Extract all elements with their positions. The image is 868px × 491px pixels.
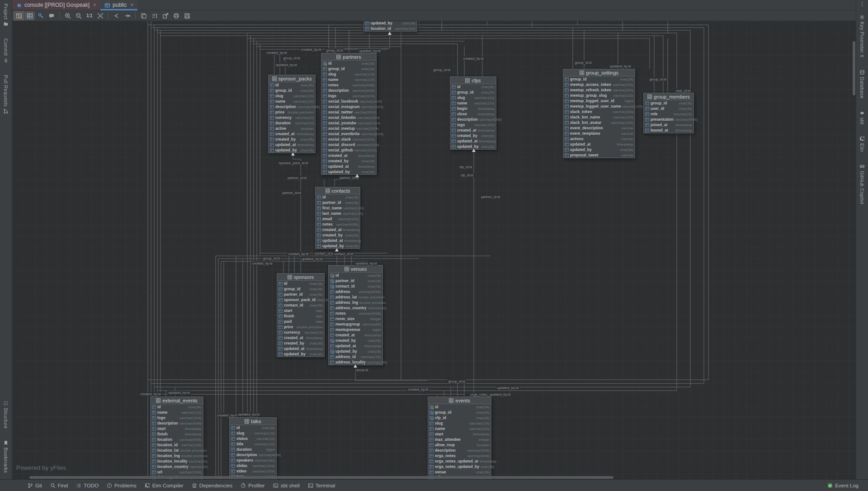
- column-row[interactable]: partner_idchar(36): [316, 200, 360, 205]
- column-row[interactable]: event_descriptionvarchar: [563, 125, 635, 131]
- column-row[interactable]: venuechar(36): [428, 469, 491, 475]
- tool-window-button-github-copilot[interactable]: GitHub Copilot: [859, 164, 865, 204]
- save-diagram-button[interactable]: [182, 11, 192, 20]
- column-row[interactable]: location_idvarchar(150): [151, 442, 203, 448]
- column-row[interactable]: descriptionvarchar(4096): [151, 420, 203, 426]
- column-row[interactable]: idchar(36): [321, 61, 376, 66]
- table-header[interactable]: sponsor_packs: [269, 75, 315, 82]
- copy-diagram-button[interactable]: [138, 11, 149, 20]
- table-header[interactable]: group_settings: [563, 69, 635, 76]
- column-row[interactable]: idchar(36): [269, 82, 315, 88]
- column-row[interactable]: created_attimestamp: [321, 153, 376, 158]
- column-row[interactable]: social_eventbritevarchar(1024): [321, 131, 376, 137]
- actual-size-button[interactable]: 1:1: [84, 11, 94, 20]
- column-row[interactable]: idchar(36): [230, 425, 276, 430]
- column-row[interactable]: pricedouble precision: [269, 109, 315, 115]
- table-external_events[interactable]: external_eventsidchar(36)namevarchar(120…: [150, 397, 203, 479]
- status-item-git[interactable]: Git: [24, 483, 46, 488]
- column-row[interactable]: social_slackvarchar(1024): [321, 137, 376, 142]
- column-row[interactable]: notesvarchar(4096): [329, 311, 382, 316]
- column-row[interactable]: created_attimestamp: [316, 227, 360, 232]
- column-row[interactable]: paiddate: [277, 319, 324, 324]
- column-row[interactable]: user_idchar(36): [644, 106, 693, 111]
- tool-window-button-database[interactable]: Database: [859, 70, 865, 99]
- column-row[interactable]: updated_bychar(36): [277, 351, 324, 357]
- column-row[interactable]: meetupgroupvarchar(80): [329, 321, 382, 327]
- column-row[interactable]: closetimestamp: [450, 111, 496, 117]
- column-row[interactable]: partner_idchar(36): [329, 278, 382, 283]
- status-item-todo[interactable]: TODO: [72, 483, 103, 488]
- status-item-find[interactable]: Find: [46, 483, 72, 488]
- column-row[interactable]: created_bychar(36): [269, 137, 315, 142]
- table-cfps[interactable]: cfpsidchar(36)group_idchar(36)slugvarcha…: [450, 76, 496, 150]
- column-row[interactable]: updated_attimestamp: [563, 142, 635, 147]
- status-item-elm-compiler[interactable]: Elm Compiler: [141, 483, 188, 488]
- column-row[interactable]: addressvarchar(4096): [329, 289, 382, 294]
- tab-console[interactable]: console [[PROD] Gospeak] ×: [12, 0, 100, 10]
- column-row[interactable]: namevarchar(120): [428, 426, 491, 431]
- column-row[interactable]: durationbigint: [230, 447, 276, 452]
- tool-window-button-bookmarks[interactable]: Bookmarks: [3, 440, 9, 473]
- column-row[interactable]: begintimestamp: [450, 106, 496, 111]
- column-row[interactable]: slugvarchar(120): [269, 93, 315, 99]
- column-row[interactable]: social_instagramvarchar(1024): [321, 104, 376, 109]
- table-group_members[interactable]: group_membersgroup_idchar(36)user_idchar…: [643, 93, 694, 133]
- column-row[interactable]: orga_notesvarchar(4096): [428, 453, 491, 458]
- table-talks[interactable]: talksidchar(36)slugvarchar(120)statusvar…: [229, 417, 277, 479]
- column-row[interactable]: idchar(36): [151, 404, 203, 410]
- column-row[interactable]: group_idchar(36): [277, 286, 324, 292]
- column-row[interactable]: meetup_refresh_tokenvarchar(200): [563, 87, 635, 93]
- vertical-scrollbar[interactable]: [853, 41, 855, 95]
- column-row[interactable]: location_countryvarchar(30): [151, 464, 203, 469]
- column-row[interactable]: namevarchar(120): [321, 77, 376, 82]
- column-row[interactable]: address_countryvarchar(30): [329, 305, 382, 311]
- collapse-back-button[interactable]: [111, 11, 122, 20]
- column-row[interactable]: tagsvarchar(150): [450, 122, 496, 127]
- step-forward-button[interactable]: [122, 11, 132, 20]
- column-row[interactable]: updated_attimestamp: [450, 138, 496, 144]
- column-row[interactable]: orga_notes_updated_attimestamp: [428, 458, 491, 464]
- column-row[interactable]: room_sizeinteger: [329, 316, 382, 321]
- column-row[interactable]: group_idchar(36): [563, 76, 635, 82]
- column-row[interactable]: notesvarchar(4096): [316, 222, 360, 227]
- table-sponsor_packs[interactable]: sponsor_packsidchar(36)group_idchar(36)s…: [268, 75, 316, 153]
- column-row[interactable]: created_attimestamp: [277, 335, 324, 340]
- column-row[interactable]: pricedouble precision: [277, 324, 324, 330]
- column-row[interactable]: idchar(36): [316, 194, 360, 200]
- table-header[interactable]: contacts: [316, 187, 360, 194]
- close-icon[interactable]: ×: [130, 2, 133, 8]
- column-row[interactable]: slidesvarchar(1024): [230, 463, 276, 468]
- column-row[interactable]: updated_bychar(36): [364, 21, 417, 26]
- column-row[interactable]: social_twittervarchar(1024): [321, 109, 376, 115]
- table-header[interactable]: external_events: [151, 397, 203, 404]
- column-row[interactable]: location_latdouble precision: [151, 448, 203, 453]
- column-row[interactable]: created_attimestamp: [329, 332, 382, 338]
- column-row[interactable]: group_idchar(36): [321, 66, 376, 71]
- column-row[interactable]: descriptionvarchar(4096): [230, 452, 276, 458]
- status-item-event-log[interactable]: Event Log: [823, 483, 863, 488]
- column-row[interactable]: currencyvarchar(10): [277, 330, 324, 335]
- print-button[interactable]: [171, 11, 181, 20]
- column-row[interactable]: speakersvarchar(184): [230, 458, 276, 463]
- table-header[interactable]: venues: [329, 265, 382, 273]
- table-group_settings[interactable]: group_settingsgroup_idchar(36)meetup_acc…: [563, 69, 635, 158]
- column-row[interactable]: logovarchar(1024): [151, 415, 203, 420]
- column-row[interactable]: social_meetupvarchar(1024): [321, 126, 376, 131]
- column-row[interactable]: max_attendeeinteger: [428, 437, 491, 442]
- table-partial[interactable]: updated_bychar(36)location_idvarchar(150…: [363, 21, 417, 32]
- column-row[interactable]: social_githubvarchar(1024): [321, 147, 376, 153]
- column-row[interactable]: meetup_group_slugvarchar(120): [563, 93, 635, 98]
- column-row[interactable]: updated_bychar(36): [329, 349, 382, 354]
- column-row[interactable]: updated_attimestamp: [269, 142, 315, 147]
- column-row[interactable]: statusvarchar(10): [230, 436, 276, 441]
- column-row[interactable]: idchar(36): [329, 273, 382, 278]
- column-row[interactable]: group_idchar(36): [644, 100, 693, 106]
- table-header[interactable]: group_members: [644, 93, 693, 100]
- status-item-terminal[interactable]: Terminal: [304, 483, 339, 488]
- column-row[interactable]: starttimestamp: [151, 426, 203, 431]
- column-row[interactable]: urlvarchar(1024): [151, 469, 203, 475]
- column-row[interactable]: created_bychar(36): [321, 158, 376, 164]
- tool-window-button-project[interactable]: Project: [3, 4, 9, 27]
- column-row[interactable]: partner_idchar(36): [277, 292, 324, 297]
- column-row[interactable]: address_lngdouble precision: [329, 300, 382, 305]
